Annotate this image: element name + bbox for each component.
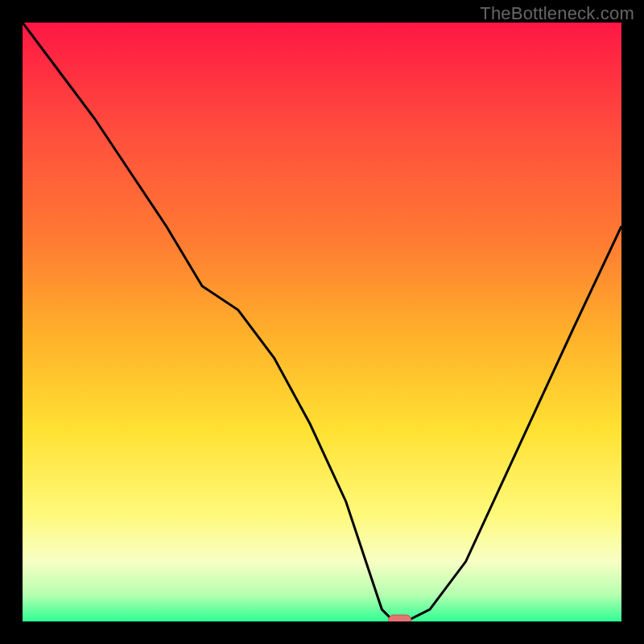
optimal-marker <box>389 615 411 621</box>
plot-area <box>23 23 621 621</box>
chart-svg <box>23 23 621 621</box>
gradient-background <box>23 23 621 621</box>
chart-frame: TheBottleneck.com <box>0 0 644 644</box>
watermark-text: TheBottleneck.com <box>480 3 634 24</box>
